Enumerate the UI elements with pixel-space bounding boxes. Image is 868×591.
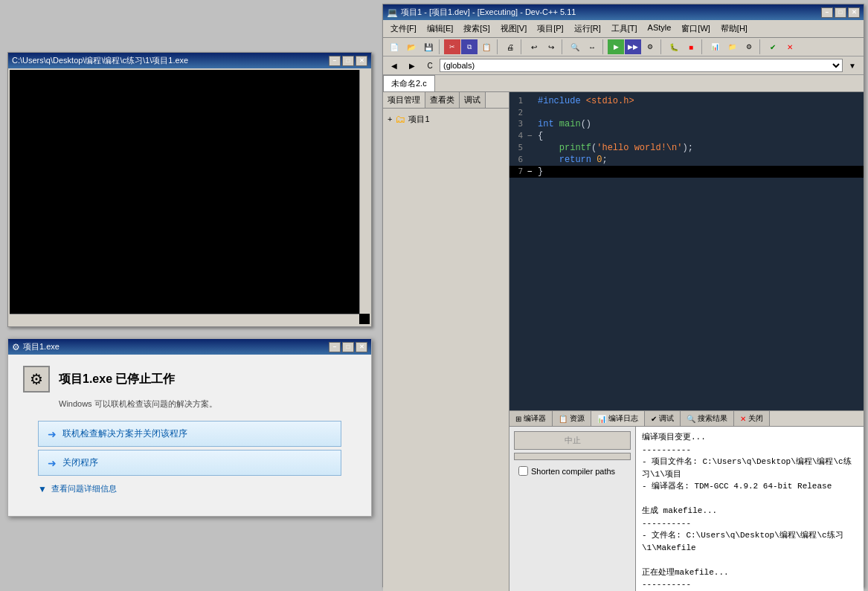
tb-forward-btn[interactable]: ▶ <box>404 58 420 73</box>
menu-run[interactable]: 运行[R] <box>570 22 605 36</box>
tb-compile-run-btn[interactable]: ⚙ <box>642 39 658 54</box>
tb-sep8 <box>759 39 762 54</box>
stop-compile-btn[interactable]: 中止 <box>514 431 631 450</box>
tb-profile-btn[interactable]: 📊 <box>707 39 723 54</box>
devcpp-menubar: 文件[F] 编辑[E] 搜索[S] 视图[V] 项目[P] 运行[R] 工具[T… <box>383 20 864 38</box>
error-dialog: ⚙ 项目1.exe − □ ✕ ⚙ 项目1.exe 已停止工作 Windows … <box>7 338 372 517</box>
output-text: 编译项目变更... ---------- - 项目文件名: C:\Users\q… <box>636 427 864 591</box>
tb-new-btn[interactable]: 📄 <box>386 39 402 54</box>
error-header: ⚙ 项目1.exe 已停止工作 <box>23 366 356 393</box>
error-dialog-max-btn[interactable]: □ <box>342 342 354 352</box>
tb-print-btn[interactable]: 🖨 <box>502 39 518 54</box>
shorten-paths-label: Shorten compiler paths <box>531 467 615 476</box>
expand-icon: + <box>388 114 392 123</box>
tb-paste-btn[interactable]: 📋 <box>478 39 495 54</box>
tb-run-btn[interactable]: ▶▶ <box>625 39 641 54</box>
mid-section: 项目管理 查看类 调试 + 🗂 项目1 <box>383 92 864 591</box>
devcpp-window: 💻 项目1 - [项目1.dev] - [Executing] - Dev-C+… <box>382 4 864 587</box>
btab-compiler[interactable]: ⊞ 编译器 <box>509 411 553 426</box>
output-line-11: ---------- <box>642 578 858 591</box>
chart-icon: 📊 <box>597 415 606 423</box>
btab-resource[interactable]: 📋 资源 <box>553 411 591 426</box>
error-dialog-min-btn[interactable]: − <box>329 342 341 352</box>
terminal-max-btn[interactable]: □ <box>342 56 354 66</box>
menu-astyle[interactable]: AStyle <box>643 22 676 36</box>
tb-check-btn[interactable]: ✔ <box>765 39 781 54</box>
terminal-close-btn[interactable]: ✕ <box>356 56 367 66</box>
error-dialog-titlebar: ⚙ 项目1.exe − □ ✕ <box>8 339 371 355</box>
menu-file[interactable]: 文件[F] <box>386 22 421 36</box>
terminal-min-btn[interactable]: − <box>329 56 341 66</box>
editor-tab-unnamed[interactable]: 未命名2.c <box>383 75 435 91</box>
project-tree: + 🗂 项目1 <box>383 109 509 591</box>
code-line-4: 4 − { <box>509 130 864 142</box>
tb-replace-btn[interactable]: ↔ <box>584 39 600 54</box>
tb-undo-btn[interactable]: ↩ <box>526 39 542 54</box>
tb-find-btn[interactable]: 🔍 <box>567 39 583 54</box>
output-line-3: - 项目文件名: C:\Users\q\Desktop\编程\编程\c练习\1\… <box>642 456 858 480</box>
error-details-row[interactable]: ▼ 查看问题详细信息 <box>38 483 341 494</box>
tb-class-btn[interactable]: C <box>422 58 438 73</box>
stop-label: 中止 <box>565 436 581 445</box>
tb-back-btn[interactable]: ◀ <box>386 58 402 73</box>
tb-open-btn[interactable]: 📂 <box>403 39 419 54</box>
lp-tab-debug[interactable]: 调试 <box>460 92 486 108</box>
tb-copy-btn[interactable]: ⧉ <box>461 39 478 54</box>
search-icon: 🔍 <box>687 415 695 423</box>
menu-tools[interactable]: 工具[T] <box>607 22 642 36</box>
tb-cut-btn[interactable]: ✂ <box>444 39 460 54</box>
tb-compile-btn[interactable]: ▶ <box>608 39 624 54</box>
terminal-hscrollbar[interactable] <box>10 314 359 324</box>
devcpp-max-btn[interactable]: □ <box>835 7 846 18</box>
folder-icon: 🗂 <box>395 113 405 125</box>
compiler-buttons: 中止 Shorten compiler paths <box>509 427 635 483</box>
left-panel: 项目管理 查看类 调试 + 🗂 项目1 <box>383 92 509 591</box>
chevron-down-icon: ▼ <box>38 484 47 494</box>
tb-settings-btn[interactable]: ⚙ <box>741 39 757 54</box>
btab-debug[interactable]: ✔ 调试 <box>645 411 681 426</box>
menu-search[interactable]: 搜索[S] <box>459 22 494 36</box>
tb-redo-btn[interactable]: ↪ <box>543 39 559 54</box>
comp-btn2[interactable] <box>514 453 631 460</box>
error-dialog-close-btn[interactable]: ✕ <box>356 342 367 352</box>
error-action1-btn[interactable]: ➜ 联机检查解决方案并关闭该程序 <box>38 421 341 447</box>
shorten-paths-checkbox[interactable] <box>518 466 528 476</box>
tb-debug-btn[interactable]: 🐛 <box>666 39 682 54</box>
lp-tab-class[interactable]: 查看类 <box>425 92 460 108</box>
code-line-2: 2 <box>509 107 864 118</box>
tb-globals-go-btn[interactable]: ▼ <box>844 58 861 73</box>
btab-compile-log[interactable]: 📊 编译日志 <box>591 411 645 426</box>
error-action2-label: 关闭程序 <box>62 456 98 469</box>
error-action2-btn[interactable]: ➜ 关闭程序 <box>38 450 341 476</box>
menu-help[interactable]: 帮助[H] <box>716 22 752 36</box>
devcpp-close-btn[interactable]: ✕ <box>848 7 860 18</box>
tb-sep4 <box>562 39 565 54</box>
devcpp-titlebar: 💻 项目1 - [项目1.dev] - [Executing] - Dev-C+… <box>383 4 864 20</box>
tb-sep2 <box>497 39 500 54</box>
grid-icon: ⊞ <box>515 415 521 423</box>
terminal-scrollbar[interactable] <box>359 70 370 314</box>
tree-project-item[interactable]: + 🗂 项目1 <box>386 112 506 126</box>
menu-edit[interactable]: 编辑[E] <box>422 22 457 36</box>
tb-error-btn[interactable]: ✕ <box>782 39 798 54</box>
output-line-7: ---------- <box>642 517 858 530</box>
globals-dropdown[interactable]: (globals) <box>440 59 843 72</box>
btab-close[interactable]: ✕ 关闭 <box>734 411 770 426</box>
menu-view[interactable]: 视图[V] <box>496 22 531 36</box>
menu-project[interactable]: 项目[P] <box>533 22 568 36</box>
output-line-8: - 文件名: C:\Users\q\Desktop\编程\编程\c练习\1\Ma… <box>642 529 858 554</box>
output-line-5 <box>642 493 858 506</box>
devcpp-min-btn[interactable]: − <box>821 7 833 18</box>
tb-stop-btn[interactable]: ■ <box>683 39 699 54</box>
tb-sep5 <box>602 39 605 54</box>
code-editor[interactable]: 1 #include <stdio.h> 2 3 int mai <box>509 92 864 410</box>
tb-save-btn[interactable]: 💾 <box>420 39 437 54</box>
terminal-titlebar: C:\Users\q\Desktop\编程\编程\c练习\1\项目1.exe −… <box>8 53 371 68</box>
lp-tab-project[interactable]: 项目管理 <box>383 92 425 108</box>
tb-project-btn[interactable]: 📁 <box>724 39 740 54</box>
output-line-9 <box>642 554 858 566</box>
btab-search[interactable]: 🔍 搜索结果 <box>681 411 734 426</box>
shorten-paths-row: Shorten compiler paths <box>514 463 631 479</box>
devcpp-app-icon: 💻 <box>387 7 398 18</box>
menu-window[interactable]: 窗口[W] <box>677 22 715 36</box>
